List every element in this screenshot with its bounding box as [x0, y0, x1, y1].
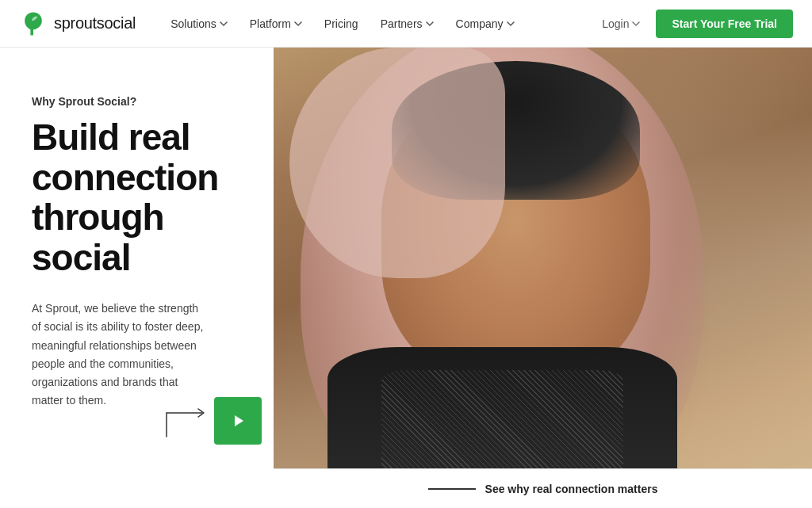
hero-image: See why real connection matters	[274, 48, 812, 508]
hero-body: At Sprout, we believe the strength of so…	[32, 300, 206, 410]
chevron-down-icon	[632, 20, 640, 28]
bottom-bar: See why real connection matters	[274, 468, 812, 508]
bottom-cta-text: See why real connection matters	[485, 483, 658, 495]
navbar: sproutsocial Solutions Platform Pricing …	[0, 0, 812, 48]
hero-title: Build real connection through social	[32, 117, 248, 277]
chevron-down-icon	[507, 20, 515, 28]
chevron-down-icon	[220, 20, 228, 28]
nav-item-pricing[interactable]: Pricing	[315, 11, 368, 36]
chevron-down-icon	[426, 20, 434, 28]
bottom-line-decoration	[428, 488, 476, 490]
logo-icon	[19, 10, 48, 38]
arrow-decoration	[159, 397, 214, 445]
nav-item-company[interactable]: Company	[446, 11, 524, 36]
nav-item-platform[interactable]: Platform	[240, 11, 312, 36]
start-trial-button[interactable]: Start Your Free Trial	[656, 10, 793, 38]
logo[interactable]: sproutsocial	[19, 10, 136, 38]
hero-left: Why Sprout Social? Build real connection…	[0, 48, 274, 508]
nav-links: Solutions Platform Pricing Partners Comp…	[161, 11, 592, 36]
hero-video-area	[159, 397, 262, 445]
hero-section: Why Sprout Social? Build real connection…	[0, 48, 812, 508]
svg-marker-0	[235, 415, 243, 426]
play-button[interactable]	[214, 397, 262, 445]
hero-eyebrow: Why Sprout Social?	[32, 95, 248, 108]
nav-right: Login Start Your Free Trial	[592, 10, 793, 38]
chevron-down-icon	[294, 20, 302, 28]
nav-item-partners[interactable]: Partners	[371, 11, 443, 36]
logo-text: sproutsocial	[54, 14, 136, 32]
nav-item-solutions[interactable]: Solutions	[161, 11, 237, 36]
login-button[interactable]: Login	[592, 11, 649, 36]
